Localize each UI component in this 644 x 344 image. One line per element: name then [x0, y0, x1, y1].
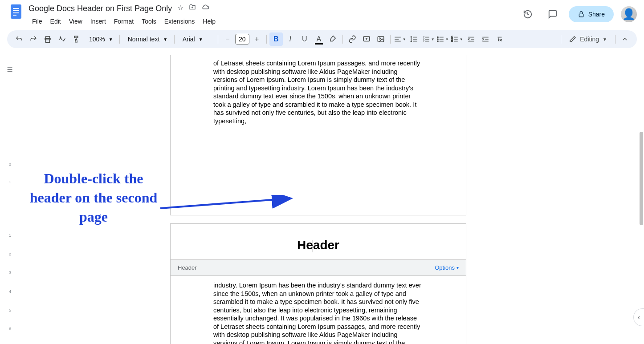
clear-formatting-button[interactable]: [493, 32, 506, 46]
page-1-body[interactable]: of Letraset sheets containing Lorem Ipsu…: [171, 55, 466, 125]
menu-help[interactable]: Help: [199, 16, 219, 27]
chevron-down-icon: ▾: [457, 265, 459, 270]
header-content: Google Docs Header on First Page Only ☆ …: [29, 3, 519, 28]
move-icon[interactable]: [189, 4, 196, 13]
header-toolbar: Header Options ▾: [171, 260, 466, 276]
svg-rect-6: [46, 40, 50, 43]
chevron-down-icon: ▼: [603, 37, 607, 42]
font-value: Arial: [181, 36, 197, 43]
menu-edit[interactable]: Edit: [47, 16, 65, 27]
scrollbar-track: [639, 58, 643, 340]
toolbar: 100% ▼ Normal text ▼ Arial ▼ − + B I U A…: [7, 30, 637, 48]
separator: [218, 35, 218, 44]
separator: [342, 35, 343, 44]
cloud-status-icon[interactable]: [201, 4, 209, 13]
font-size-input[interactable]: [235, 34, 249, 45]
svg-line-17: [160, 198, 289, 208]
insert-link-button[interactable]: [346, 32, 359, 46]
undo-button[interactable]: [12, 32, 26, 46]
paint-format-button[interactable]: [69, 32, 83, 46]
highlight-button[interactable]: [326, 32, 340, 46]
docs-logo[interactable]: [7, 3, 25, 20]
menu-view[interactable]: View: [65, 16, 86, 27]
font-size-decrease[interactable]: −: [221, 32, 234, 46]
separator: [174, 35, 175, 44]
svg-rect-2: [13, 10, 19, 11]
font-dropdown[interactable]: Arial ▼: [177, 32, 215, 46]
spellcheck-button[interactable]: [55, 32, 69, 46]
collapse-toolbar-button[interactable]: [618, 32, 632, 46]
separator: [561, 35, 561, 44]
print-button[interactable]: [41, 32, 54, 46]
menu-format[interactable]: Format: [110, 16, 137, 27]
align-button[interactable]: ▼: [393, 32, 407, 46]
add-comment-button[interactable]: [360, 32, 373, 46]
line-spacing-button[interactable]: [408, 32, 421, 46]
svg-rect-1: [13, 8, 19, 9]
insert-image-button[interactable]: [374, 32, 387, 46]
decrease-indent-button[interactable]: [465, 32, 478, 46]
menu-tools[interactable]: Tools: [138, 16, 160, 27]
page-2-body[interactable]: industry. Lorem Ipsum has been the indus…: [171, 276, 466, 344]
left-gutter: 2 1 1 2 3 4 5 6 7: [0, 55, 18, 344]
header-edit-area[interactable]: Header: [171, 224, 466, 260]
app-header: Google Docs Header on First Page Only ☆ …: [0, 0, 644, 28]
svg-point-9: [379, 38, 380, 39]
chevron-down-icon: ▼: [199, 37, 203, 42]
svg-rect-0: [11, 4, 21, 19]
style-dropdown[interactable]: Normal text ▼: [122, 32, 171, 46]
avatar[interactable]: 👤: [621, 6, 637, 22]
svg-rect-4: [13, 15, 16, 16]
star-icon[interactable]: ☆: [177, 4, 183, 13]
scrollbar-thumb[interactable]: [640, 132, 643, 225]
outline-toggle-icon[interactable]: [4, 64, 14, 75]
menu-bar: File Edit View Insert Format Tools Exten…: [29, 14, 519, 28]
annotation-text: Double-click the header on the second pa…: [22, 169, 165, 227]
page-1[interactable]: of Letraset sheets containing Lorem Ipsu…: [170, 55, 466, 215]
text-color-button[interactable]: A: [312, 32, 326, 46]
lock-icon: [578, 11, 585, 18]
bulleted-list-button[interactable]: ▼: [436, 32, 449, 46]
pencil-icon: [569, 36, 576, 43]
svg-text:3: 3: [451, 40, 452, 42]
title-row: Google Docs Header on First Page Only ☆: [29, 3, 519, 14]
font-size-increase[interactable]: +: [250, 32, 264, 46]
header-right: Share 👤: [519, 5, 637, 23]
separator: [390, 35, 391, 44]
checklist-button[interactable]: ▼: [422, 32, 435, 46]
header-label: Header: [178, 264, 197, 271]
chevron-down-icon: ▼: [109, 37, 113, 42]
history-icon[interactable]: [519, 5, 537, 23]
redo-button[interactable]: [27, 32, 40, 46]
separator: [266, 35, 267, 44]
chevron-down-icon: ▼: [163, 37, 167, 42]
separator: [615, 35, 615, 44]
title-icons: ☆: [177, 4, 209, 13]
menu-extensions[interactable]: Extensions: [161, 16, 198, 27]
comments-icon[interactable]: [544, 5, 562, 23]
editing-label: Editing: [580, 36, 599, 43]
annotation-arrow: [158, 195, 296, 217]
page-2[interactable]: Header Header Options ▾ industry. Lorem …: [170, 223, 466, 344]
header-options-dropdown[interactable]: Options ▾: [435, 264, 459, 271]
menu-file[interactable]: File: [29, 16, 46, 27]
svg-rect-5: [579, 14, 583, 17]
header-text-after: ader: [313, 238, 339, 252]
bold-button[interactable]: B: [269, 32, 283, 46]
svg-point-11: [437, 39, 438, 40]
zoom-value: 100%: [87, 36, 107, 43]
italic-button[interactable]: I: [284, 32, 297, 46]
menu-insert[interactable]: Insert: [87, 16, 110, 27]
share-button[interactable]: Share: [569, 6, 614, 22]
svg-point-12: [437, 40, 438, 41]
increase-indent-button[interactable]: [479, 32, 492, 46]
numbered-list-button[interactable]: 123▼: [450, 32, 464, 46]
zoom-dropdown[interactable]: 100% ▼: [84, 32, 117, 46]
doc-title[interactable]: Google Docs Header on First Page Only: [29, 4, 172, 13]
underline-button[interactable]: U: [298, 32, 311, 46]
svg-rect-3: [13, 12, 19, 13]
editing-mode-dropdown[interactable]: Editing ▼: [564, 32, 612, 46]
style-value: Normal text: [126, 36, 162, 43]
separator: [119, 35, 120, 44]
svg-point-10: [437, 36, 438, 37]
